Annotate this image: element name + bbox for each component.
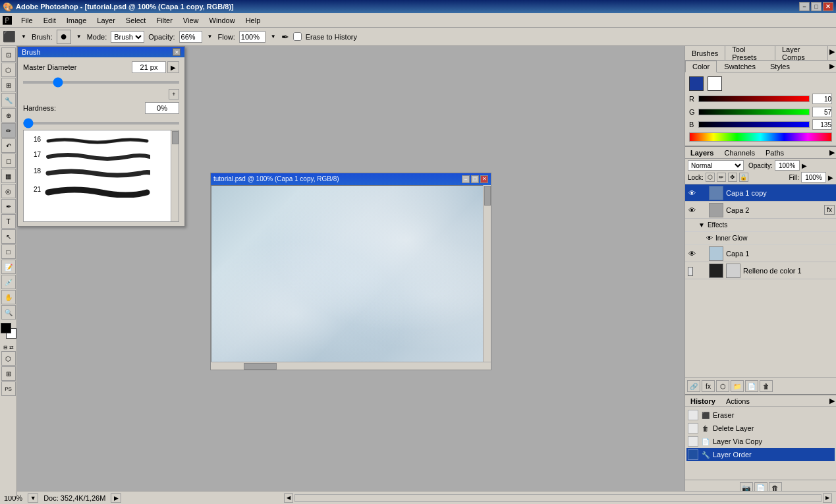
styles-tab[interactable]: Styles: [763, 61, 797, 72]
layer-capa1[interactable]: 👁 Capa 1: [685, 245, 836, 262]
history-layer-order[interactable]: 🔧 Layer Order: [686, 448, 835, 461]
flow-arrow-icon[interactable]: ▼: [269, 34, 277, 40]
menu-window[interactable]: Window: [204, 15, 240, 26]
history-via-copy[interactable]: 📄 Layer Via Copy: [686, 435, 835, 448]
canvas-vscrollbar[interactable]: [483, 185, 491, 370]
brush-tool[interactable]: ✏: [1, 123, 16, 138]
layer-fx-btn[interactable]: fx: [702, 380, 715, 392]
history-delete-layer[interactable]: 🗑 Delete Layer: [686, 422, 835, 435]
add-to-presets-btn[interactable]: +: [169, 89, 179, 99]
menu-edit[interactable]: Edit: [38, 15, 61, 26]
opacity-arrow-icon[interactable]: ▼: [206, 34, 214, 40]
menu-image[interactable]: Image: [61, 15, 92, 26]
eyedropper-tool[interactable]: 💉: [1, 275, 16, 289]
erase-to-history-checkbox[interactable]: [293, 32, 302, 41]
screen-mode-btn[interactable]: ⊞: [1, 366, 16, 381]
menu-layer[interactable]: Layer: [92, 15, 121, 26]
bg-color-swatch[interactable]: [708, 76, 722, 91]
green-value-input[interactable]: 57: [812, 107, 832, 117]
layer-comps-tab[interactable]: Layer Comps: [775, 46, 828, 60]
hardness-slider[interactable]: [23, 122, 179, 125]
brush-preview-btn[interactable]: ●: [57, 30, 71, 44]
diameter-up-btn[interactable]: ▶: [167, 61, 179, 73]
lock-paint-btn[interactable]: ✏: [717, 173, 726, 182]
heal-tool[interactable]: 🔧: [1, 93, 16, 107]
layer-mask-btn[interactable]: ⬡: [716, 380, 729, 392]
eraser-tool-icon[interactable]: ⬛: [3, 30, 16, 43]
master-diameter-input[interactable]: [132, 61, 166, 73]
menu-help[interactable]: Help: [240, 15, 266, 26]
brush-panel-close[interactable]: ✕: [173, 48, 181, 56]
blue-value-input[interactable]: 135: [812, 119, 832, 130]
lock-all-btn[interactable]: 🔒: [739, 173, 748, 182]
red-slider[interactable]: [698, 96, 810, 102]
zoom-tool[interactable]: 🔍: [1, 305, 16, 320]
maximize-button[interactable]: □: [811, 2, 822, 11]
channels-tab[interactable]: Channels: [719, 148, 760, 158]
marquee-tool[interactable]: ⊡: [1, 47, 16, 62]
eraser-tool[interactable]: ◻: [1, 154, 16, 168]
green-slider[interactable]: [698, 109, 810, 115]
notes-tool[interactable]: 📝: [1, 260, 16, 274]
zoom-menu-btn[interactable]: ▼: [28, 493, 38, 503]
crop-tool[interactable]: ⊞: [1, 78, 16, 92]
diameter-slider[interactable]: [23, 81, 179, 84]
menu-filter[interactable]: Filter: [151, 15, 177, 26]
hand-tool[interactable]: ✋: [1, 290, 16, 304]
layer-new-btn[interactable]: 📄: [745, 380, 758, 392]
standard-colors-btn[interactable]: ⊟ ⇄: [3, 345, 14, 350]
lasso-tool[interactable]: ⬡: [1, 63, 16, 77]
tool-presets-tab[interactable]: Tool Presets: [725, 46, 775, 60]
fill-arrow[interactable]: ▶: [828, 174, 833, 181]
fg-color-swatch[interactable]: [689, 76, 704, 91]
opacity-value-input[interactable]: [775, 160, 800, 171]
hscrollbar-area[interactable]: [294, 494, 822, 502]
red-value-input[interactable]: 10: [812, 94, 832, 104]
eye-capa1[interactable]: 👁: [686, 248, 697, 259]
layer-delete-btn[interactable]: 🗑: [760, 380, 773, 392]
layer-capa2[interactable]: 👁 Capa 2 fx: [685, 202, 836, 219]
close-button[interactable]: ✕: [823, 2, 833, 11]
goto-bridge-btn[interactable]: PS: [1, 381, 16, 396]
airbrush-icon[interactable]: ✒: [281, 32, 289, 42]
inner-glow-item[interactable]: 👁 Inner Glow: [685, 232, 836, 245]
actions-tab[interactable]: Actions: [721, 396, 755, 406]
lock-move-btn[interactable]: ✥: [728, 173, 737, 182]
menu-view[interactable]: View: [178, 15, 204, 26]
blend-mode-select[interactable]: Normal: [688, 160, 744, 171]
canvas-hscrollbar[interactable]: [211, 362, 491, 370]
scroll-left-btn[interactable]: ◀: [284, 493, 293, 503]
flow-input[interactable]: [239, 31, 265, 43]
layer-link-btn[interactable]: 🔗: [687, 380, 700, 392]
doc-close[interactable]: ✕: [480, 175, 488, 183]
fx-btn-capa2[interactable]: fx: [824, 205, 835, 215]
brush-item-16[interactable]: 16: [25, 132, 177, 146]
clone-tool[interactable]: ⊕: [1, 108, 16, 123]
color-tab[interactable]: Color: [685, 61, 717, 72]
gradient-tool[interactable]: ▦: [1, 169, 16, 183]
type-tool[interactable]: T: [1, 214, 16, 229]
layer-capa1copy[interactable]: 👁 Capa 1 copy: [685, 184, 836, 202]
fill-value-input[interactable]: [801, 172, 826, 182]
lock-transparent-btn[interactable]: ⬡: [706, 173, 715, 182]
doc-info-menu-btn[interactable]: ▶: [111, 493, 121, 503]
swatches-tab[interactable]: Swatches: [717, 61, 763, 72]
brush-item-18[interactable]: 18: [25, 162, 177, 179]
color-panel-options[interactable]: ▶: [828, 61, 836, 72]
mode-select[interactable]: Brush: [111, 31, 144, 43]
path-select-tool[interactable]: ↖: [1, 229, 16, 244]
tool-arrow-icon[interactable]: ▼: [20, 34, 28, 40]
hardness-input[interactable]: [145, 102, 179, 114]
layer-relleno[interactable]: Relleno de color 1: [685, 262, 836, 279]
brush-dropdown-icon[interactable]: ▼: [75, 34, 83, 40]
foreground-color[interactable]: [1, 323, 11, 333]
history-tab[interactable]: History: [685, 396, 721, 406]
brush-item-21[interactable]: 21: [25, 179, 177, 199]
menu-file[interactable]: File: [16, 15, 38, 26]
color-spectrum[interactable]: [689, 132, 832, 142]
menu-select[interactable]: Select: [121, 15, 152, 26]
brush-item-17[interactable]: 17: [25, 146, 177, 162]
history-brush-tool[interactable]: ↶: [1, 138, 16, 153]
shape-tool[interactable]: □: [1, 244, 16, 259]
layer-group-btn[interactable]: 📁: [731, 380, 744, 392]
